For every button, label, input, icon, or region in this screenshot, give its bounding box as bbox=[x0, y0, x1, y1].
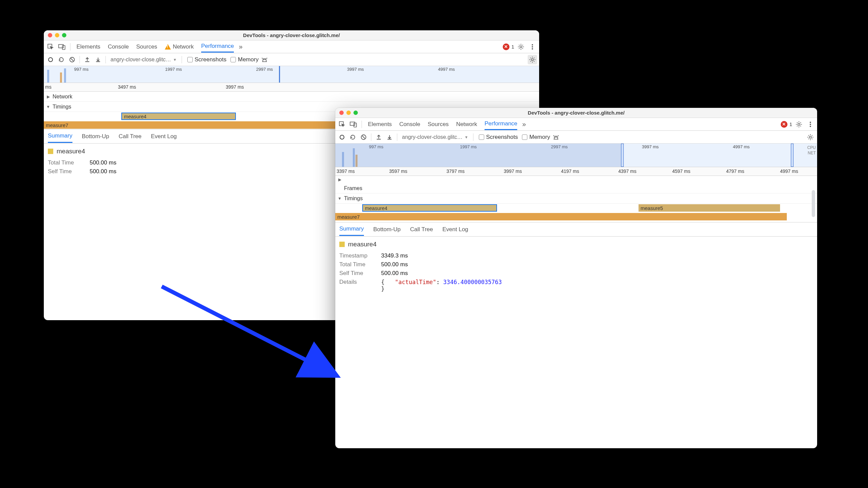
tab-console[interactable]: Console bbox=[399, 118, 420, 130]
summary-key: Details bbox=[339, 279, 376, 285]
ruler-tick: 3797 ms bbox=[446, 169, 465, 174]
record-button[interactable] bbox=[337, 132, 347, 142]
main-tabbar: Elements Console Sources Network Perform… bbox=[335, 118, 817, 131]
tab-bottom-up[interactable]: Bottom-Up bbox=[82, 130, 109, 143]
screenshots-toggle[interactable]: Screenshots bbox=[187, 56, 227, 63]
clear-button[interactable] bbox=[67, 55, 77, 64]
close-icon[interactable] bbox=[48, 33, 52, 37]
memory-label: Memory bbox=[238, 56, 258, 63]
memory-toggle[interactable]: Memory bbox=[230, 56, 258, 63]
minimize-icon[interactable] bbox=[346, 111, 351, 115]
inspect-icon[interactable] bbox=[46, 42, 55, 52]
device-toggle-icon[interactable] bbox=[349, 120, 358, 129]
settings-icon[interactable] bbox=[794, 120, 804, 129]
tab-call-tree[interactable]: Call Tree bbox=[119, 130, 142, 143]
measure5[interactable]: measure5 bbox=[639, 204, 780, 212]
screenshots-label: Screenshots bbox=[486, 134, 518, 141]
brace-close: } bbox=[381, 285, 384, 292]
disclosure-right-icon: ▶ bbox=[337, 177, 342, 182]
tab-bottom-up[interactable]: Bottom-Up bbox=[373, 223, 401, 236]
upload-profile-button[interactable] bbox=[374, 132, 383, 142]
tab-event-log[interactable]: Event Log bbox=[151, 130, 177, 143]
flamechart[interactable]: measure4 measure5 measure7 bbox=[335, 204, 817, 222]
collect-garbage-button[interactable] bbox=[260, 55, 269, 64]
svg-rect-10 bbox=[350, 122, 355, 125]
tab-summary[interactable]: Summary bbox=[48, 130, 72, 143]
time-ruler[interactable]: ms 3497 ms 3997 ms bbox=[44, 83, 539, 92]
track-network-header[interactable]: ▶ . bbox=[335, 176, 817, 183]
titlebar: DevTools - angry-clover-close.glitch.me/ bbox=[335, 108, 817, 118]
summary-details-row: Details { "actualTime": 3346.40000003576… bbox=[339, 278, 813, 293]
tab-performance[interactable]: Performance bbox=[201, 41, 234, 53]
measure-label: measure5 bbox=[641, 205, 663, 211]
zoom-icon[interactable] bbox=[62, 33, 66, 37]
timeline-overview[interactable]: 997 ms 1997 ms 2997 ms 3997 ms 4997 ms C… bbox=[335, 144, 817, 167]
ruler-tick: 4997 ms bbox=[780, 169, 798, 174]
tab-sources[interactable]: Sources bbox=[136, 41, 157, 53]
track-frames-header[interactable]: Frames bbox=[335, 183, 817, 193]
tab-call-tree[interactable]: Call Tree bbox=[410, 223, 433, 236]
tab-elements[interactable]: Elements bbox=[368, 118, 392, 130]
reload-button[interactable] bbox=[57, 55, 66, 64]
profile-selector[interactable]: angry-clover-close.glitc… ▼ bbox=[108, 57, 179, 63]
tab-summary[interactable]: Summary bbox=[339, 223, 364, 236]
measure-selected[interactable]: measure4 bbox=[121, 113, 236, 120]
measure-selected[interactable]: measure4 bbox=[362, 204, 497, 212]
profile-selector[interactable]: angry-clover-close.glitc… ▼ bbox=[400, 134, 470, 140]
collect-garbage-button[interactable] bbox=[551, 132, 561, 142]
overview-tick: 4997 ms bbox=[438, 67, 455, 72]
tab-console[interactable]: Console bbox=[108, 41, 129, 53]
overview-window-handle-left[interactable] bbox=[621, 144, 624, 167]
upload-profile-button[interactable] bbox=[83, 55, 92, 64]
measure-label: measure4 bbox=[124, 114, 147, 119]
summary-row: Timestamp 3349.3 ms bbox=[339, 251, 813, 260]
track-timings-header[interactable]: ▼ Timings bbox=[335, 193, 817, 204]
screenshots-toggle[interactable]: Screenshots bbox=[479, 134, 518, 141]
settings-icon[interactable] bbox=[516, 42, 526, 52]
error-count[interactable]: ✕ 1 bbox=[781, 121, 792, 128]
ruler-tick: 4197 ms bbox=[561, 169, 579, 174]
download-profile-button[interactable] bbox=[93, 55, 103, 64]
capture-settings-button[interactable] bbox=[806, 132, 815, 142]
clear-button[interactable] bbox=[359, 132, 368, 142]
minimize-icon[interactable] bbox=[55, 33, 59, 37]
more-tabs-icon[interactable]: » bbox=[519, 120, 529, 129]
tab-network[interactable]: Network bbox=[456, 118, 477, 130]
disclosure-down-icon: ▼ bbox=[46, 104, 51, 109]
reload-button[interactable] bbox=[348, 132, 358, 142]
device-toggle-icon[interactable] bbox=[57, 42, 67, 52]
record-button[interactable] bbox=[46, 55, 55, 64]
tab-sources[interactable]: Sources bbox=[428, 118, 448, 130]
svg-point-5 bbox=[532, 46, 533, 48]
overview-window-handle-right[interactable] bbox=[791, 144, 794, 167]
track-network-header[interactable]: ▶ Network bbox=[44, 92, 539, 102]
close-icon[interactable] bbox=[339, 111, 344, 115]
tab-network[interactable]: Network bbox=[165, 41, 194, 53]
summary-key: Total Time bbox=[48, 159, 84, 166]
summary-key: Self Time bbox=[339, 270, 376, 277]
timeline-overview[interactable]: 997 ms 1997 ms 2997 ms 3997 ms 4997 ms bbox=[44, 66, 539, 83]
capture-settings-button[interactable] bbox=[528, 55, 537, 64]
svg-point-4 bbox=[532, 44, 533, 45]
more-tabs-icon[interactable]: » bbox=[236, 42, 245, 52]
kebab-menu-icon[interactable] bbox=[528, 42, 537, 52]
track-network-label: Network bbox=[53, 94, 72, 100]
tab-performance[interactable]: Performance bbox=[485, 118, 517, 130]
summary-key: Self Time bbox=[48, 168, 84, 175]
error-count[interactable]: ✕ 1 bbox=[503, 43, 514, 50]
inspect-icon[interactable] bbox=[337, 120, 347, 129]
tab-event-log[interactable]: Event Log bbox=[442, 223, 468, 236]
overview-bar bbox=[47, 70, 49, 83]
time-ruler[interactable]: 3397 ms 3597 ms 3797 ms 3997 ms 4197 ms … bbox=[335, 167, 817, 176]
tab-elements[interactable]: Elements bbox=[76, 41, 100, 53]
overview-window-handle[interactable] bbox=[279, 66, 280, 83]
measure-wide[interactable]: measure7 bbox=[335, 213, 787, 220]
kebab-menu-icon[interactable] bbox=[806, 120, 815, 129]
svg-rect-11 bbox=[354, 123, 356, 127]
download-profile-button[interactable] bbox=[385, 132, 394, 142]
zoom-icon[interactable] bbox=[353, 111, 358, 115]
summary-value: 500.00 ms bbox=[90, 159, 116, 166]
brace-open: { bbox=[381, 279, 384, 285]
memory-toggle[interactable]: Memory bbox=[522, 134, 550, 141]
scrollbar-thumb[interactable] bbox=[812, 190, 815, 217]
